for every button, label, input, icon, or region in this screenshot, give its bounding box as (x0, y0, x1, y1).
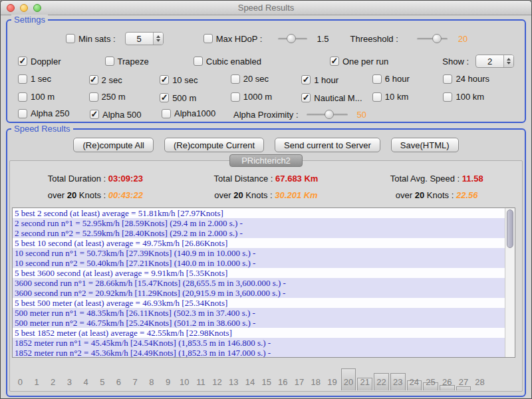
checkbox-nautical-m[interactable]: ✓Nautical M... (301, 93, 362, 103)
checkbox-label: 1000 m (243, 92, 272, 102)
checkbox-10-km[interactable]: 10 km (372, 92, 408, 102)
grid-cell: 100 m (18, 92, 89, 104)
grid-cell: ✓Nautical M... (301, 92, 372, 103)
alpha-proximity-slider[interactable] (307, 109, 348, 120)
histogram-slot: 12 (209, 366, 225, 390)
checkbox-box[interactable]: ✓ (160, 75, 169, 84)
histogram-slot: 13 (225, 366, 242, 390)
checkbox-6-hour[interactable]: 6 hour (372, 74, 410, 84)
re-compute-current-button[interactable]: (Re)compute Current (164, 138, 264, 152)
checkbox-box[interactable] (372, 74, 382, 84)
threshold-slider[interactable] (417, 33, 448, 44)
min-sats-checkbox[interactable]: Min sats : (66, 34, 116, 44)
checkbox-label: Alpha1000 (174, 108, 215, 118)
stepper-icon[interactable] (503, 55, 513, 67)
checkbox-box[interactable]: ✓ (18, 57, 27, 66)
checkbox-1-hour[interactable]: ✓1 hour (301, 75, 338, 85)
log-line: 500 meter run n°2 = 46.75km/h [25.24Knot… (13, 318, 505, 328)
checkbox-alpha-250[interactable]: Alpha 250 (18, 108, 70, 118)
log-line: 1852 meter run n°1 = 45.45km/h [24.54Kno… (13, 338, 505, 348)
checkbox-alpha-500[interactable]: ✓Alpha 500 (90, 110, 142, 120)
checkbox-box[interactable] (231, 92, 240, 102)
checkbox-box[interactable] (194, 57, 203, 66)
over-label: over 20 Knots : (214, 190, 275, 200)
track-tab[interactable]: PRichterich2 (229, 154, 303, 167)
log-line: 5 best 1852 meter (at least) average = 4… (13, 328, 505, 338)
min-sats-checkbox-box[interactable] (66, 34, 75, 43)
send-current-to-server-button[interactable]: Send current to Server (275, 138, 380, 152)
checkbox-label: Nautical M... (314, 93, 362, 103)
checkbox-1000-m[interactable]: 1000 m (231, 92, 272, 102)
scrollbar-thumb[interactable] (507, 209, 513, 248)
settings-legend: Settings (11, 15, 48, 25)
checkbox-box[interactable] (105, 57, 114, 66)
histogram-slot: 27 (456, 366, 472, 390)
checkbox-box[interactable]: ✓ (301, 75, 311, 84)
slider-thumb[interactable] (325, 110, 334, 119)
checkbox-cubic-enabled[interactable]: Cubic enabled (194, 57, 261, 66)
checkbox-box[interactable] (18, 92, 27, 102)
log-line: 10 second run n°1 = 50.73km/h [27.39Knot… (13, 248, 505, 258)
histogram-slot: 3 (61, 366, 78, 390)
checkbox-100-km[interactable]: 100 km (443, 92, 484, 102)
checkbox-1-sec[interactable]: 1 sec (18, 74, 51, 84)
log-line: 10 second run n°2 = 50.40km/h [27.21Knot… (13, 258, 505, 268)
slider-thumb[interactable] (432, 34, 442, 43)
checkbox-box[interactable]: ✓ (89, 75, 98, 84)
checkbox-one-per-run[interactable]: ✓One per run (330, 57, 388, 66)
zoom-icon[interactable] (33, 4, 41, 12)
histogram-tick: 16 (275, 377, 291, 387)
checkbox-box[interactable]: ✓ (330, 57, 339, 66)
close-icon[interactable] (7, 4, 15, 12)
max-hdop-checkbox[interactable]: Max HDoP : (203, 34, 263, 44)
checkbox-100-m[interactable]: 100 m (18, 92, 55, 102)
checkbox-box[interactable] (18, 109, 27, 118)
histogram-slot: 4 (78, 366, 94, 390)
re-compute-all-button[interactable]: (Re)compute All (73, 138, 153, 152)
settings-row-top: Min sats : 5 Max HDoP : 1.5 Threeshold :… (7, 31, 525, 46)
max-hdop-slider[interactable] (278, 33, 307, 44)
checkbox-box[interactable] (89, 92, 98, 102)
checkbox-trapeze[interactable]: Trapeze (105, 57, 149, 66)
checkbox-label: Doppler (31, 57, 61, 66)
checkbox-250-m[interactable]: 250 m (89, 92, 126, 102)
grid-cell: ✓Alpha 500 (90, 109, 162, 120)
slider-thumb[interactable] (287, 34, 296, 43)
checkbox-box[interactable] (162, 109, 171, 118)
results-log[interactable]: 5 best 2 second (at least) average = 51.… (12, 207, 515, 358)
histogram-tick: 0 (12, 377, 29, 387)
minimize-icon[interactable] (20, 4, 28, 12)
checkbox-500-m[interactable]: ✓500 m (160, 93, 196, 103)
checkbox-doppler[interactable]: ✓Doppler (18, 57, 61, 66)
max-hdop-checkbox-box[interactable] (203, 34, 213, 43)
checkbox-box[interactable] (443, 92, 452, 102)
checkbox-box[interactable]: ✓ (301, 93, 311, 102)
alpha-proximity-label: Alpha Proximity : (233, 110, 299, 120)
checkbox-24-hours[interactable]: 24 hours (443, 74, 489, 84)
checkbox-alpha1000[interactable]: Alpha1000 (162, 108, 215, 118)
show-select[interactable]: 2 (475, 55, 514, 68)
checkbox-10-sec[interactable]: ✓10 sec (160, 75, 198, 85)
checkbox-2-sec[interactable]: ✓2 sec (89, 75, 122, 85)
scrollbar[interactable] (505, 208, 515, 357)
min-sats-select[interactable]: 5 (125, 32, 164, 45)
save-html-button[interactable]: Save(HTML) (391, 138, 459, 152)
checkbox-20-sec[interactable]: 20 sec (231, 74, 269, 84)
histogram-tick: 9 (160, 377, 176, 387)
checkbox-box[interactable] (443, 74, 452, 84)
histogram-tick: 10 (176, 377, 193, 387)
checkbox-label: Trapeze (118, 57, 149, 66)
checkbox-box[interactable] (18, 74, 27, 84)
histogram-tick: 15 (258, 377, 275, 387)
stepper-icon[interactable] (153, 33, 163, 45)
stat-column: Total Duration : 03:09:23over 20 Knots :… (10, 173, 181, 201)
histogram-slot: 1 (29, 366, 45, 390)
checkbox-box[interactable] (372, 92, 382, 102)
checkbox-box[interactable]: ✓ (90, 110, 99, 119)
checkbox-box[interactable] (231, 74, 240, 84)
action-buttons-row: (Re)compute All(Re)compute CurrentSend c… (7, 138, 525, 154)
histogram-tick: 7 (127, 377, 144, 387)
min-sats-label: Min sats : (78, 34, 116, 44)
grid-cell: Alpha1000 (162, 108, 233, 120)
checkbox-box[interactable]: ✓ (160, 93, 169, 102)
